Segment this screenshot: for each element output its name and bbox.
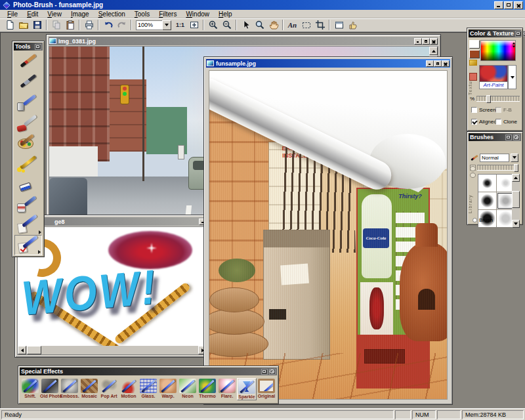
tool-paint-tube[interactable]: [14, 154, 42, 174]
texture-dropdown-button[interactable]: [508, 65, 516, 89]
effect-sparkle-selected[interactable]: Sparkle: [237, 378, 257, 400]
tool-eraser[interactable]: [14, 174, 42, 194]
tool-retouch-selected[interactable]: [14, 235, 42, 255]
window-funsample[interactable]: funsample.jpg EASY TO INSTALL Thirsty? C…: [203, 56, 453, 405]
tool-retouch[interactable]: [14, 215, 42, 235]
print-button[interactable]: [82, 19, 96, 31]
slider-thumb[interactable]: [486, 95, 491, 103]
brush-radio[interactable]: [472, 218, 477, 222]
funsample-minimize-button[interactable]: [426, 60, 434, 67]
arrow-up-icon[interactable]: [513, 42, 516, 44]
app-titlebar[interactable]: Photo-Brush - funsample.jpg: [0, 0, 525, 10]
effects-palette-titlebar[interactable]: Special Effects: [20, 368, 277, 375]
restore-button[interactable]: [504, 1, 513, 9]
arrow-down-icon[interactable]: [513, 45, 516, 47]
fit-window-button[interactable]: [187, 19, 201, 31]
tool-paint-roller[interactable]: [14, 113, 42, 133]
effect-neon[interactable]: Neon: [178, 378, 198, 399]
funsample-canvas[interactable]: EASY TO INSTALL Thirsty? Coca-Cola: [209, 70, 448, 400]
undo-button[interactable]: [101, 19, 115, 31]
effect-emboss[interactable]: Emboss.: [60, 378, 79, 399]
scroll-left-button[interactable]: [18, 346, 26, 354]
magnifier-tool-button[interactable]: [253, 19, 266, 31]
brushes-palette-titlebar[interactable]: Brushes: [469, 133, 521, 141]
effects-close-button[interactable]: [269, 369, 276, 375]
zoom-dropdown-button[interactable]: [162, 20, 171, 30]
brush-swatch[interactable]: [478, 175, 496, 192]
scroll-up-button[interactable]: [512, 174, 520, 182]
ge8-titlebar[interactable]: ge8: [17, 217, 207, 226]
menu-tools[interactable]: Tools: [130, 10, 154, 18]
canvas-size-button[interactable]: [332, 19, 346, 31]
zoom-out-button[interactable]: [220, 19, 234, 31]
effects-float-button[interactable]: [261, 369, 268, 375]
text-tool-button[interactable]: An: [285, 19, 299, 31]
clone-checkbox[interactable]: [495, 119, 501, 125]
screen-checkbox[interactable]: [471, 107, 477, 113]
color-palette-titlebar[interactable]: Color & Texture: [469, 30, 521, 37]
menu-window[interactable]: Window: [181, 10, 214, 18]
menu-selection[interactable]: Selection: [94, 10, 130, 18]
img0381-maximize-button[interactable]: [422, 38, 430, 45]
scroll-thumb[interactable]: [512, 191, 520, 208]
redo-button[interactable]: [115, 19, 129, 31]
brushes-close-button[interactable]: [513, 135, 520, 140]
scroll-thumb[interactable]: [27, 346, 41, 354]
paste-button[interactable]: [63, 19, 77, 31]
effect-original[interactable]: Original: [257, 378, 276, 399]
ge8-canvas[interactable]: WOW!: [17, 226, 207, 355]
blend-mode-dropdown-button[interactable]: [511, 154, 518, 162]
funsample-maximize-button[interactable]: [434, 60, 442, 67]
scroll-down-button[interactable]: [512, 220, 520, 228]
pan-tool-button[interactable]: [266, 19, 280, 31]
menu-edit[interactable]: Edit: [22, 10, 43, 18]
zoom-in-button[interactable]: [206, 19, 220, 31]
tool-airbrush[interactable]: [14, 93, 42, 113]
menu-filters[interactable]: Filters: [154, 10, 181, 18]
effect-thermo[interactable]: Thermo: [198, 378, 217, 399]
actual-size-button[interactable]: 1:1: [173, 19, 187, 31]
tool-pen[interactable]: [14, 72, 42, 93]
copy-button[interactable]: [49, 19, 63, 31]
brushes-float-button[interactable]: [505, 135, 512, 140]
effect-flare[interactable]: Flare.: [217, 378, 237, 399]
menu-file[interactable]: File: [3, 10, 22, 18]
img0381-close-button[interactable]: [430, 38, 438, 45]
texture-paint-icon[interactable]: [469, 73, 477, 81]
img0381-minimize-button[interactable]: [414, 38, 422, 45]
swap-colors-icon[interactable]: [469, 60, 477, 66]
tools-palette[interactable]: Tools: [12, 41, 45, 257]
pointer-tool-button[interactable]: [239, 19, 253, 31]
close-button[interactable]: [514, 1, 523, 9]
effect-shift[interactable]: Shift.: [20, 378, 40, 399]
tool-paintbrush[interactable]: [14, 52, 42, 72]
aligned-checkbox[interactable]: [471, 119, 477, 125]
blend-mode-dropdown[interactable]: Normal: [480, 154, 509, 162]
effect-motion[interactable]: Motion: [119, 378, 138, 399]
open-button[interactable]: [16, 19, 30, 31]
save-button[interactable]: [30, 19, 44, 31]
minimize-button[interactable]: [494, 1, 503, 9]
scroll-up-button[interactable]: [429, 47, 438, 55]
zoom-value[interactable]: 100%: [136, 20, 162, 30]
library-up-button[interactable]: [470, 166, 476, 171]
color-picker-gradient[interactable]: [480, 40, 516, 61]
effect-pop-art[interactable]: Pop Art: [99, 378, 119, 399]
foreground-color-swatch[interactable]: [469, 40, 480, 49]
funsample-titlebar[interactable]: funsample.jpg: [206, 59, 450, 68]
tool-paint-can[interactable]: [14, 194, 42, 215]
menu-view[interactable]: View: [43, 10, 66, 18]
color-texture-palette[interactable]: Color & Texture Texture Art-Paint % Scre…: [467, 28, 523, 131]
texture-preview[interactable]: [479, 65, 508, 82]
special-effects-palette[interactable]: Special Effects Shift. Old Photo Emboss.…: [18, 366, 279, 404]
menu-image[interactable]: Image: [66, 10, 94, 18]
ge8-horizontal-scrollbar[interactable]: [18, 346, 207, 354]
menu-help[interactable]: Help: [214, 10, 237, 18]
brush-size-slider[interactable]: [477, 165, 518, 171]
slider-thumb[interactable]: [514, 164, 518, 172]
brushes-palette[interactable]: Brushes Normal Library: [467, 131, 523, 225]
funsample-close-button[interactable]: [442, 60, 450, 67]
img0381-titlebar[interactable]: Img_0381.jpg: [49, 37, 438, 45]
opacity-slider[interactable]: [476, 96, 520, 102]
tool-color-palette[interactable]: [14, 133, 42, 154]
